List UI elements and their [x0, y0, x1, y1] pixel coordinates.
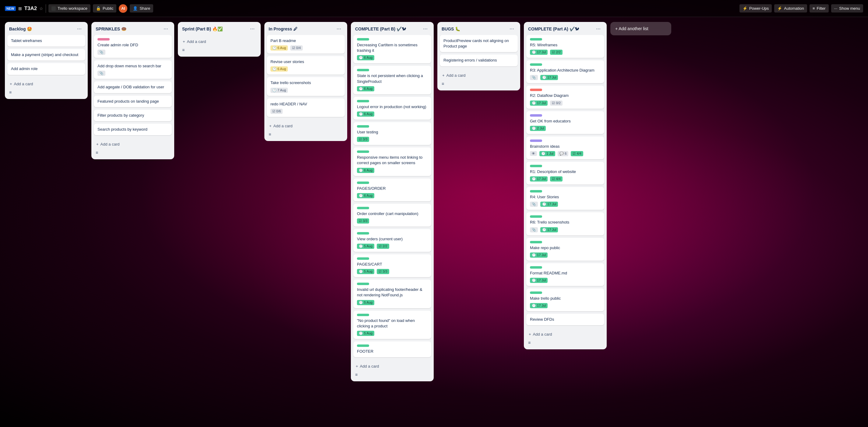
- card-meta: 🕐 6 Aug: [357, 168, 428, 173]
- card-meta: 🕐 17 Jul☑ 2/2: [530, 50, 600, 55]
- workspace-button[interactable]: Trello workspace: [49, 4, 90, 12]
- card-title: "No product found" on load when clicking…: [357, 318, 428, 329]
- card-title: Get OK from educators: [530, 119, 600, 124]
- card[interactable]: Add admin role: [7, 63, 85, 74]
- filter-button[interactable]: ≡ Filter: [809, 4, 828, 12]
- add-card-button[interactable]: +Add a card: [94, 140, 172, 148]
- meta-date: 🕐 5 Aug: [357, 331, 374, 336]
- card[interactable]: Decreasing CartItem is sometimes trashin…: [353, 35, 431, 63]
- list-header: Backlog 🤩···: [5, 22, 88, 35]
- list-header: SPRINKLES 🍩···: [91, 22, 174, 35]
- archive-button[interactable]: ≡: [526, 338, 532, 347]
- card[interactable]: Make trello public🕐 17 Jul: [526, 288, 604, 311]
- list-menu-button[interactable]: ···: [508, 25, 516, 33]
- card-title: Review DFDs: [530, 317, 600, 322]
- list-complete_a: COMPLETE (Part A) ✔️🐿···R5: Wireframes🕐 …: [524, 22, 607, 349]
- archive-button[interactable]: ≡: [267, 130, 273, 139]
- meta-date: 🕐 17 Jul: [540, 75, 558, 80]
- card[interactable]: Responsive menu items not linking to cor…: [353, 147, 431, 176]
- plus-icon: +: [96, 142, 99, 147]
- new-badge: NEW: [5, 6, 16, 11]
- card[interactable]: Format README.md🕐 17 Jul: [526, 263, 604, 286]
- add-card-button[interactable]: +Add a card: [7, 80, 85, 88]
- card-title: Create admin role DFD: [97, 42, 168, 48]
- visibility-button[interactable]: 🔒 Public: [93, 4, 116, 12]
- card[interactable]: Create admin role DFD📎: [94, 35, 172, 58]
- add-list-button[interactable]: + Add another list: [610, 22, 671, 35]
- meta-date: 🕐 6 Aug: [357, 55, 374, 60]
- star-icon[interactable]: ☆: [39, 6, 43, 11]
- list-menu-button[interactable]: ···: [162, 25, 170, 33]
- archive-button[interactable]: ≡: [440, 80, 446, 88]
- add-card-button[interactable]: +Add a card: [267, 122, 345, 130]
- list-menu-button[interactable]: ···: [594, 25, 602, 33]
- card[interactable]: State is not persistent when clicking a …: [353, 66, 431, 94]
- card[interactable]: Search products by keyword: [94, 124, 172, 135]
- meta-date: 🕐 5 Aug: [357, 300, 374, 305]
- archive-button[interactable]: ≡: [353, 370, 360, 379]
- card[interactable]: R5: Wireframes🕐 17 Jul☑ 2/2: [526, 35, 604, 58]
- card-meta: ☑ 3/3: [357, 218, 428, 223]
- card-label: [530, 140, 542, 142]
- card[interactable]: Make a payment (stripe) and checkout: [7, 49, 85, 61]
- card[interactable]: Filter products by category: [94, 110, 172, 121]
- card[interactable]: R2: Dataflow Diagram🕐 17 Jul☑ 0/2: [526, 86, 604, 109]
- automation-button[interactable]: ⚡ Automation: [774, 4, 807, 12]
- card[interactable]: Registering errors / validations: [440, 55, 518, 66]
- add-card-button[interactable]: +Add a card: [180, 37, 258, 46]
- share-button[interactable]: 👤 Share: [130, 4, 153, 12]
- archive-button[interactable]: ≡: [94, 148, 100, 157]
- card[interactable]: Part B readme🕐 6 Aug☑ 0/4: [267, 35, 345, 54]
- card-title: redo HEADER / NAV: [271, 101, 341, 107]
- list-menu-button[interactable]: ···: [335, 25, 343, 33]
- show-menu-button[interactable]: ··· Show menu: [831, 4, 863, 12]
- card[interactable]: ProductPreview cards not aligning on Pro…: [440, 35, 518, 52]
- list-menu-button[interactable]: ···: [248, 25, 256, 33]
- card[interactable]: Get OK from educators🕐 2 Jul: [526, 111, 604, 134]
- card[interactable]: R6: Trello screenshots📎🕐 17 Jul: [526, 212, 604, 235]
- card[interactable]: R4: User Stories📎🕐 17 Jul: [526, 187, 604, 210]
- card[interactable]: Take trello screenshots🕐 7 Aug: [267, 77, 345, 96]
- card-labels: [530, 165, 600, 167]
- card[interactable]: FOOTER: [353, 341, 431, 357]
- card[interactable]: Add agegate / DOB validation for user: [94, 81, 172, 93]
- add-card-label: Add a card: [274, 124, 293, 128]
- card[interactable]: "No product found" on load when clicking…: [353, 311, 431, 339]
- card[interactable]: Order controller (cart manipulation)☑ 3/…: [353, 204, 431, 226]
- add-card-button[interactable]: +Add a card: [526, 330, 604, 338]
- add-card-button[interactable]: +Add a card: [440, 71, 518, 80]
- card[interactable]: Make repo public🕐 17 Jul: [526, 238, 604, 261]
- attachment-icon: 📎: [530, 202, 538, 207]
- card[interactable]: Revise user stories🕐 6 Aug: [267, 56, 345, 74]
- card[interactable]: redo HEADER / NAV☑ 0/6: [267, 98, 345, 117]
- list-menu-button[interactable]: ···: [75, 25, 84, 33]
- list-complete_b: COMPLETE (Part B) ✔️🐿···Decreasing CartI…: [351, 22, 434, 381]
- plus-icon: +: [356, 364, 358, 368]
- board-title: T3A2: [24, 5, 37, 11]
- card-meta: 🕐 17 Jul: [530, 303, 600, 308]
- card[interactable]: PAGES/ORDER🕐 6 Aug: [353, 179, 431, 201]
- list-menu-button[interactable]: ···: [421, 25, 429, 33]
- card[interactable]: View orders (current user)🕐 5 Aug☑ 2/2: [353, 229, 431, 252]
- card-labels: [530, 190, 600, 192]
- card-label: [357, 69, 369, 71]
- avatar[interactable]: AI: [119, 4, 127, 13]
- archive-button[interactable]: ≡: [7, 88, 13, 96]
- card-meta: 🕐 17 Jul: [530, 278, 600, 283]
- card[interactable]: R3: Application Architecture Diagram📎🕐 1…: [526, 60, 604, 83]
- card[interactable]: R1: Description of website🕐 17 Jul☑ 4/4: [526, 162, 604, 185]
- add-card-button[interactable]: +Add a card: [353, 362, 431, 370]
- card[interactable]: Logout error in production (not working)…: [353, 97, 431, 120]
- archive-button[interactable]: ≡: [180, 46, 186, 54]
- card[interactable]: User testing☑ 3/3: [353, 122, 431, 145]
- power-ups-button[interactable]: ⚡ Power-Ups: [740, 4, 772, 12]
- meta-date: 🕐 17 Jul: [530, 50, 548, 55]
- card[interactable]: Featured products on landing page: [94, 96, 172, 107]
- card[interactable]: Brainstorm ideas👁🕐 1 Jul💬 6☑ 4/4: [526, 136, 604, 159]
- card[interactable]: Tablet wireframes: [7, 35, 85, 47]
- workspace-label: Trello workspace: [58, 6, 87, 11]
- card[interactable]: PAGES/CART🕐 5 Aug☑ 3/3: [353, 254, 431, 277]
- card[interactable]: Review DFDs: [526, 314, 604, 325]
- card[interactable]: Invalid url duplicating footer/header & …: [353, 280, 431, 308]
- card[interactable]: Add drop down menus to search bar📎: [94, 60, 172, 79]
